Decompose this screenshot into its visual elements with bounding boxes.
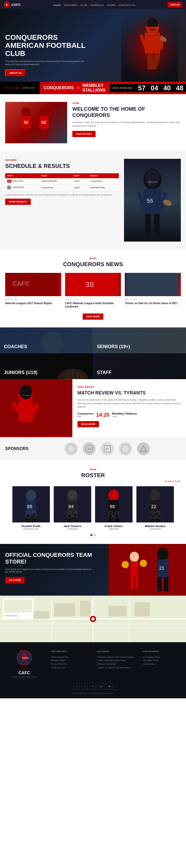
svg-rect-7 [147, 27, 158, 29]
svg-point-9 [21, 107, 31, 117]
news-card-1: CAFC May 30, 2017 National Leagues 2017 … [5, 273, 61, 308]
coaches-label: Coaches [4, 344, 27, 349]
roster-dot-2[interactable] [94, 534, 96, 536]
sponsor-logo-5[interactable] [137, 442, 150, 455]
welcome-content: Club Welcome to the Home of Conquerors F… [72, 102, 181, 143]
roster-image-2: 84 84 [54, 486, 91, 523]
svg-point-20 [145, 170, 160, 186]
hero-title: Conquerors American Football Club [5, 34, 88, 57]
match-tag: Final Result [77, 385, 181, 388]
social-twitter[interactable]: t [82, 683, 88, 689]
nav-link-schedule[interactable]: Schedule [90, 4, 104, 6]
nav-link-home[interactable]: Home [53, 4, 61, 6]
roster-pos-4: Cornerback [137, 528, 174, 530]
schedule-image: 55 [124, 159, 181, 242]
footer-copyright: Avalon Themes © 2022 All Rights Reserved [5, 692, 181, 694]
svg-text:22: 22 [151, 504, 156, 509]
team-grid: Coaches Seniors (19+) Juniors (U19) Staf… [0, 328, 186, 379]
hero-cta-button[interactable]: About Us [5, 69, 26, 76]
social-facebook[interactable]: f [73, 683, 80, 689]
sponsor-inner-4 [121, 444, 130, 454]
svg-rect-39 [94, 328, 185, 353]
more-results-button[interactable]: More Results [5, 199, 31, 205]
svg-rect-92 [157, 577, 162, 591]
news-date-1: May 30, 2017 [5, 298, 61, 301]
cell-rsvp: 14/16 [72, 178, 88, 184]
svg-point-88 [140, 560, 147, 567]
news-title-2: CAFC National Leagues Adult Schedule Con… [65, 302, 121, 308]
sponsor-logo-1[interactable] [65, 442, 77, 455]
match-image [0, 379, 72, 437]
svg-rect-102 [109, 606, 126, 616]
welcome-section: 86 88 Club Welcome to the Home of Conque… [0, 94, 186, 151]
svg-text:55: 55 [147, 197, 153, 204]
store-title: Official Conquerors Team Store! [5, 552, 93, 565]
news-title-3: Tickets on Sale for 1st Home Game of 201… [125, 302, 181, 305]
sponsor-logo-4[interactable] [119, 442, 132, 455]
roster-pos-1: Defensive Line [12, 528, 50, 530]
svg-point-50 [20, 385, 32, 399]
welcome-tag: Club [72, 102, 181, 104]
ticker-away-team: WEMBLEY STALLIONS [82, 83, 106, 93]
sponsor-logo-3[interactable]: SP [101, 442, 114, 455]
svg-point-14 [39, 107, 48, 117]
team-cell-juniors[interactable]: Juniors (U19) [0, 353, 93, 379]
welcome-cta-button[interactable]: Our History [72, 131, 96, 137]
footer-tagline-sub: AMERICAN FOOTBALL CLUB [5, 676, 43, 678]
col-rsvp: RSVP [72, 173, 88, 178]
schedule-icon [7, 186, 11, 189]
roster-dot-1[interactable] [90, 534, 92, 536]
svg-rect-17 [39, 128, 43, 139]
roster-name-3: Frank Collins [95, 525, 133, 528]
score-c: 40 [161, 84, 173, 92]
ticker-next: ● [3, 87, 4, 89]
hero-subtitle: The club has a long history of winning c… [5, 60, 88, 66]
roster-card-4: 22 22 William Booker Cornerback [137, 486, 174, 530]
cell-rsvp: 14/16 [72, 184, 88, 191]
schedule-footer-text: Latest football results. We offer the mo… [5, 194, 119, 196]
footer-col-2-content: › National Leagues 2017 Season Begins › … [97, 655, 135, 669]
cell-team: Conquerors [39, 184, 72, 191]
news-card-image-2: 38 [65, 273, 121, 296]
svg-point-106 [91, 617, 95, 620]
away-team-sub: Loss [112, 415, 137, 418]
go-store-button[interactable]: Go Store [5, 577, 25, 583]
team-cell-staff[interactable]: Staff [93, 353, 186, 379]
sponsor-logo-2[interactable]: SP [83, 442, 96, 455]
nav-link-features[interactable]: Features [64, 4, 77, 6]
svg-rect-85 [131, 577, 134, 589]
social-googleplus[interactable]: g+ [98, 683, 104, 689]
svg-rect-86 [135, 577, 138, 589]
news-card-image-3 [125, 273, 181, 296]
join-button[interactable]: Join Us [168, 2, 182, 7]
footer-logo-name: CAFC [5, 671, 43, 675]
footer: CAFC 1984 CAFC AMERICAN FOOTBALL CLUB Fi… [0, 642, 186, 698]
svg-point-67 [67, 490, 77, 501]
hero-content: Conquerors American Football Club The cl… [5, 34, 88, 76]
news-grid: CAFC May 30, 2017 National Leagues 2017 … [5, 273, 181, 308]
team-cell-seniors[interactable]: Seniors (19+) [93, 328, 186, 353]
svg-point-62 [26, 490, 36, 501]
match-text: Due to the importance of this game for b… [77, 398, 181, 409]
svg-rect-84 [131, 561, 138, 577]
sponsor-inner-1 [67, 444, 76, 454]
nav-link-club[interactable]: Club [80, 4, 87, 6]
ticker-label: ● Next Game More Info [0, 82, 40, 94]
footer-bottom: Avalon Themes © 2022 All Rights Reserved [5, 689, 181, 694]
roster-grid: 89 89 Rusdell Smith Defensive Line 84 84 [5, 486, 181, 530]
social-instagram[interactable]: in [90, 683, 96, 689]
nav-link-contact[interactable]: Contact Us [119, 4, 135, 6]
svg-rect-100 [54, 603, 75, 616]
read-more-button[interactable]: Read More [77, 421, 99, 427]
svg-text:SP: SP [105, 448, 109, 451]
nav-logo[interactable]: ▶ CAFC [4, 2, 21, 8]
welcome-players-bg: 86 88 [5, 102, 67, 143]
roster-pagination [5, 534, 181, 536]
score-a: 57 [135, 84, 148, 92]
footer-col-3-title: Our Location [143, 650, 181, 653]
nav-link-store[interactable]: Store [107, 4, 115, 6]
social-youtube[interactable]: ▶ [106, 683, 113, 689]
team-cell-coaches[interactable]: Coaches [0, 328, 93, 353]
view-more-news-button[interactable]: View More [83, 313, 104, 320]
svg-point-77 [150, 490, 160, 501]
